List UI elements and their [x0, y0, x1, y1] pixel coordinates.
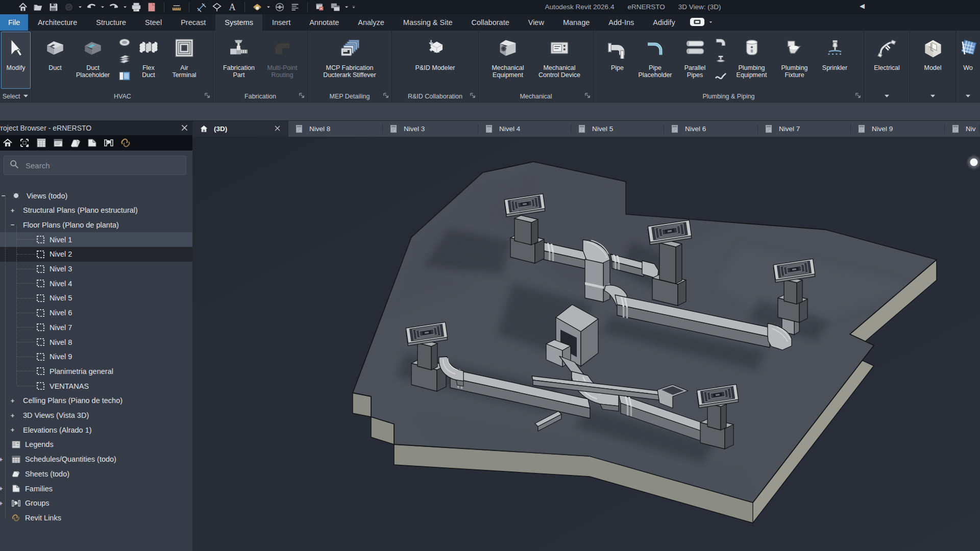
view-tab-nivel-3[interactable]: Nivel 3	[383, 121, 478, 137]
ribbon-panel-footer[interactable]: HVAC	[32, 91, 213, 102]
tab-structure[interactable]: Structure	[87, 14, 136, 31]
text-icon[interactable]: A	[225, 1, 240, 13]
ribbon-panel-footer[interactable]: MEP Detailing	[308, 91, 391, 102]
button-plumbing-fixture[interactable]: Plumbing Fixture	[774, 32, 815, 79]
button-multi-point-routing[interactable]: Multi-Point Routing	[261, 32, 304, 79]
tree-item-structural-plans-plano-estructural-[interactable]: +Structural Plans (Plano estructural)	[0, 203, 193, 218]
sheet-list-icon[interactable]	[52, 136, 65, 149]
tree-item-revit-links[interactable]: Revit Links	[0, 510, 193, 525]
tree-item-elevations-alrado-1-[interactable]: +Elevations (Alrado 1)	[0, 422, 193, 437]
save-icon[interactable]	[46, 1, 61, 13]
button-p-id-modeler[interactable]: P&ID Modeler	[405, 32, 466, 71]
expand-expander[interactable]: +	[10, 426, 15, 434]
flex-pipe-icon[interactable]	[712, 69, 729, 83]
tree-item-schedules-quantities-todo-[interactable]: +Schedules/Quantities (todo)	[0, 452, 193, 467]
tag-icon[interactable]	[209, 1, 225, 13]
dialog-launcher-icon[interactable]	[383, 92, 389, 100]
caret-down-icon[interactable]	[99, 1, 106, 13]
view-tab--3d-[interactable]: (3D)	[193, 121, 288, 137]
families-icon[interactable]	[85, 136, 99, 149]
view-tab-nivel-4[interactable]: Nivel 4	[478, 121, 571, 137]
button-duct-placeholder[interactable]: Duct Placeholder	[69, 32, 116, 79]
view-tab-nivel-8[interactable]: Nivel 8	[288, 121, 383, 137]
ribbon-panel-footer[interactable]: Fabrication	[213, 91, 307, 102]
dialog-launcher-icon[interactable]	[855, 92, 861, 100]
switch-windows-icon[interactable]	[328, 1, 343, 13]
redo-icon[interactable]	[106, 1, 121, 13]
button-mechanical-equipment[interactable]: Mechanical Equipment	[484, 32, 531, 79]
view-tab-nivel-5[interactable]: Nivel 5	[571, 121, 664, 137]
schedule-view-icon[interactable]	[35, 136, 48, 149]
tab-analyze[interactable]: Analyze	[349, 14, 394, 31]
link-icon[interactable]	[119, 136, 132, 149]
dialog-launcher-icon[interactable]	[299, 92, 305, 100]
chevron-left-icon[interactable]: ◀	[860, 2, 865, 10]
tree-item-legends[interactable]: Legends	[0, 437, 193, 452]
tab-insert[interactable]: Insert	[262, 14, 300, 31]
button-fabrication-part[interactable]: Fabrication Part	[217, 32, 261, 79]
tab-annotate[interactable]: Annotate	[300, 14, 349, 31]
collapse-expander[interactable]: −	[10, 221, 15, 229]
close-doc-icon[interactable]	[144, 1, 159, 13]
tab-massing-site[interactable]: Massing & Site	[394, 14, 462, 31]
dialog-launcher-icon[interactable]	[470, 92, 476, 100]
expand-expander[interactable]: +	[0, 485, 3, 492]
tab-view[interactable]: View	[519, 14, 553, 31]
view-tab-niv[interactable]: Niv	[945, 121, 979, 137]
undo-icon[interactable]	[84, 1, 99, 13]
scope-box-icon[interactable]	[18, 136, 31, 149]
tab-steel[interactable]: Steel	[136, 14, 172, 31]
button-pipe-placeholder[interactable]: Pipe Placeholder	[632, 32, 678, 79]
section-icon[interactable]	[272, 1, 287, 13]
caret-down-icon[interactable]	[121, 1, 129, 13]
drawing-area-3d-view[interactable]	[193, 137, 980, 551]
expand-expander[interactable]: +	[0, 499, 3, 507]
button-pipe[interactable]: Pipe	[603, 32, 632, 71]
ribbon-panel-footer[interactable]: Mechanical	[479, 91, 593, 102]
tab-manage[interactable]: Manage	[553, 14, 599, 31]
default-3d-view-icon[interactable]	[250, 1, 265, 13]
thin-lines-icon[interactable]	[287, 1, 303, 13]
close-icon[interactable]	[180, 123, 189, 134]
tab-file[interactable]: File	[0, 14, 28, 31]
search-input[interactable]: Search	[4, 156, 186, 175]
ribbon-panel-footer[interactable]: Plumbing & Piping	[594, 91, 864, 102]
caret-down-icon[interactable]	[343, 1, 350, 13]
tab-media-button[interactable]	[684, 14, 719, 31]
button-sprinkler[interactable]: Sprinkler	[815, 32, 855, 71]
tab-adidify[interactable]: Adidify	[644, 14, 685, 31]
view-tab-nivel-6[interactable]: Nivel 6	[664, 121, 758, 137]
tree-item-floor-plans-plano-de-planta-[interactable]: −Floor Plans (Plano de planta)	[0, 217, 193, 232]
button-parallel-pipes[interactable]: Parallel Pipes	[678, 32, 712, 79]
expand-expander[interactable]: +	[10, 412, 15, 419]
convert-to-flex-duct-icon[interactable]	[116, 69, 133, 83]
expand-expander[interactable]: +	[10, 397, 15, 405]
button-wo[interactable]: Wo	[956, 32, 980, 71]
button-mcp-fabrication-ducterark-stiffever[interactable]: MCP Fabrication Ducterark Stiffever	[311, 32, 388, 79]
tab-architecture[interactable]: Architecture	[28, 14, 86, 31]
caret-down-icon[interactable]	[77, 1, 84, 13]
button-mechanical-control-device[interactable]: Mechanical Control Device	[531, 32, 587, 79]
pipe-fitting-icon[interactable]	[712, 36, 729, 49]
sync-icon[interactable]	[61, 1, 77, 13]
print-icon[interactable]	[129, 1, 144, 13]
button-air-terminal[interactable]: Air Terminal	[164, 32, 204, 79]
home-icon[interactable]	[15, 1, 31, 13]
expand-expander[interactable]: +	[10, 207, 15, 214]
tab-precast[interactable]: Precast	[172, 14, 215, 31]
pipe-accessory-icon[interactable]	[712, 53, 729, 66]
dialog-launcher-icon[interactable]	[204, 92, 210, 100]
button-electrical[interactable]: Electrical	[867, 32, 908, 71]
button-plumbing-equipment[interactable]: Plumbing Equipment	[729, 32, 774, 79]
duct-fitting-icon[interactable]	[116, 36, 133, 49]
qat-collapse-icon[interactable]	[350, 1, 357, 13]
tree-item-sheets-todo-[interactable]: Sheets (todo)	[0, 466, 193, 481]
measure-icon[interactable]	[169, 1, 184, 13]
tree-item-groups[interactable]: +Groups	[0, 496, 193, 511]
close-icon[interactable]	[274, 124, 281, 134]
ribbon-panel-footer[interactable]: R&ID Collaboration	[392, 91, 478, 102]
button-modify[interactable]: Modify	[1, 32, 31, 89]
browser-home-icon[interactable]	[1, 136, 14, 149]
caret-down-icon[interactable]	[265, 1, 272, 13]
open-folder-icon[interactable]	[31, 1, 46, 13]
